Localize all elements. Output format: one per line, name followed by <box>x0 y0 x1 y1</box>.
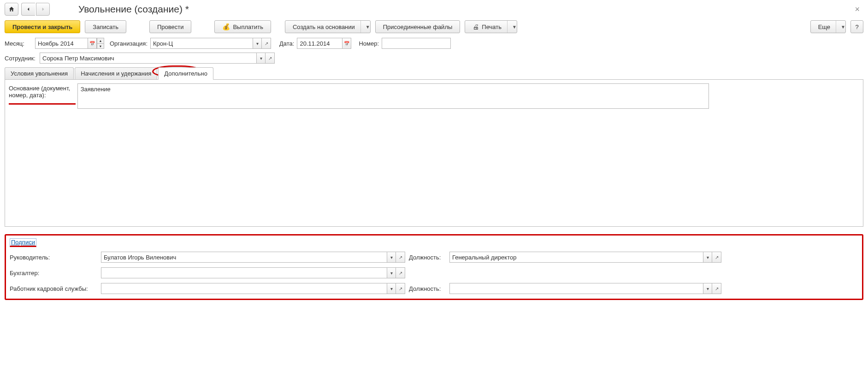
attached-files-button[interactable]: Присоединенные файлы <box>375 20 461 33</box>
month-input[interactable]: Ноябрь 2014 <box>35 38 88 49</box>
date-label: Дата: <box>279 40 294 47</box>
back-button[interactable] <box>21 3 35 16</box>
print-label: Печать <box>482 24 502 30</box>
write-button[interactable]: Записать <box>85 20 126 33</box>
accountant-input[interactable] <box>101 267 387 278</box>
employee-dropdown[interactable]: ▾ <box>256 53 266 64</box>
head-dropdown[interactable]: ▾ <box>387 252 396 263</box>
number-label: Номер: <box>359 40 379 47</box>
org-dropdown[interactable]: ▾ <box>253 38 262 49</box>
employee-input[interactable]: Сорока Петр Максимович <box>40 53 256 64</box>
reason-textarea[interactable]: Заявление <box>77 83 709 109</box>
accountant-dropdown[interactable]: ▾ <box>387 267 396 278</box>
pay-button[interactable]: 💰 Выплатить <box>214 20 271 33</box>
employee-label: Сотрудник: <box>5 55 37 62</box>
month-down[interactable]: ▼ <box>97 43 104 49</box>
employee-open[interactable]: ↗ <box>266 53 275 64</box>
hr-position-input[interactable] <box>449 283 703 294</box>
calendar-button[interactable]: 📅 <box>88 38 97 49</box>
hr-open[interactable]: ↗ <box>396 283 405 294</box>
reason-label: Основание (документ, номер, дата): <box>9 83 76 105</box>
forward-icon <box>40 6 46 12</box>
number-input[interactable] <box>382 38 451 49</box>
head-position-dropdown[interactable]: ▾ <box>703 252 712 263</box>
org-label: Организация: <box>110 40 148 47</box>
more-label: Еще <box>818 24 830 30</box>
hr-position-dropdown[interactable]: ▾ <box>703 283 712 294</box>
help-button[interactable]: ? <box>850 20 863 33</box>
pay-label: Выплатить <box>233 24 263 30</box>
home-icon <box>8 6 15 12</box>
page-title: Увольнение (создание) * <box>78 4 189 15</box>
printer-icon: 🖨 <box>472 23 479 30</box>
accountant-open[interactable]: ↗ <box>396 267 405 278</box>
close-button[interactable]: × <box>851 5 863 14</box>
post-button[interactable]: Провести <box>149 20 192 33</box>
create-based-label: Создать на основании <box>293 24 355 30</box>
calendar-icon: 📅 <box>344 41 349 46</box>
hr-label: Работник кадровой службы: <box>10 285 97 292</box>
org-open[interactable]: ↗ <box>262 38 271 49</box>
calendar-icon: 📅 <box>89 41 95 46</box>
pay-icon: 💰 <box>222 23 230 30</box>
tab-accruals[interactable]: Начисления и удержания <box>75 67 157 79</box>
home-button[interactable] <box>5 3 18 16</box>
forward-button <box>36 3 50 16</box>
chevron-down-icon: ▼ <box>836 21 845 33</box>
org-input[interactable]: Крон-Ц <box>150 38 253 49</box>
head-input[interactable]: Булатов Игорь Виленович <box>101 252 387 263</box>
chevron-down-icon: ▼ <box>507 21 517 33</box>
date-input[interactable]: 20.11.2014 <box>297 38 342 49</box>
accountant-label: Бухгалтер: <box>10 270 97 277</box>
position-label-2: Должность: <box>409 285 446 292</box>
position-label: Должность: <box>409 254 446 261</box>
print-button[interactable]: 🖨 Печать ▼ <box>465 20 517 33</box>
hr-input[interactable] <box>101 283 387 294</box>
month-label: Месяц: <box>5 40 32 47</box>
head-position-input[interactable]: Генеральный директор <box>449 252 703 263</box>
hr-position-open[interactable]: ↗ <box>712 283 721 294</box>
back-icon <box>25 6 32 12</box>
more-button[interactable]: Еще ▼ <box>810 20 846 33</box>
hr-dropdown[interactable]: ▾ <box>387 283 396 294</box>
head-position-open[interactable]: ↗ <box>712 252 721 263</box>
create-based-button[interactable]: Создать на основании ▼ <box>285 20 371 33</box>
head-open[interactable]: ↗ <box>396 252 405 263</box>
signatures-link[interactable]: Подписи <box>10 238 36 247</box>
tab-additional[interactable]: Дополнительно <box>158 67 213 80</box>
post-and-close-button[interactable]: Провести и закрыть <box>5 20 80 33</box>
date-calendar[interactable]: 📅 <box>342 38 351 49</box>
chevron-down-icon: ▼ <box>360 21 370 33</box>
head-label: Руководитель: <box>10 254 97 261</box>
tab-conditions[interactable]: Условия увольнения <box>5 67 74 79</box>
month-up[interactable]: ▲ <box>97 38 104 43</box>
